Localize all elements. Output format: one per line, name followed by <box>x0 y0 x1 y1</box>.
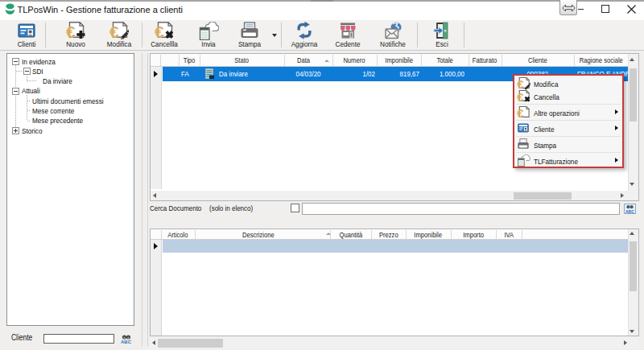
svg-text:€: € <box>155 23 164 40</box>
svg-text:€: € <box>66 23 76 40</box>
svg-text:ABC: ABC <box>121 340 132 344</box>
svg-text:€: € <box>517 77 523 89</box>
svg-text:€: € <box>517 90 523 102</box>
svg-text:€: € <box>517 106 523 118</box>
svg-text:€: € <box>109 23 119 40</box>
svg-text:ABC: ABC <box>625 209 634 214</box>
